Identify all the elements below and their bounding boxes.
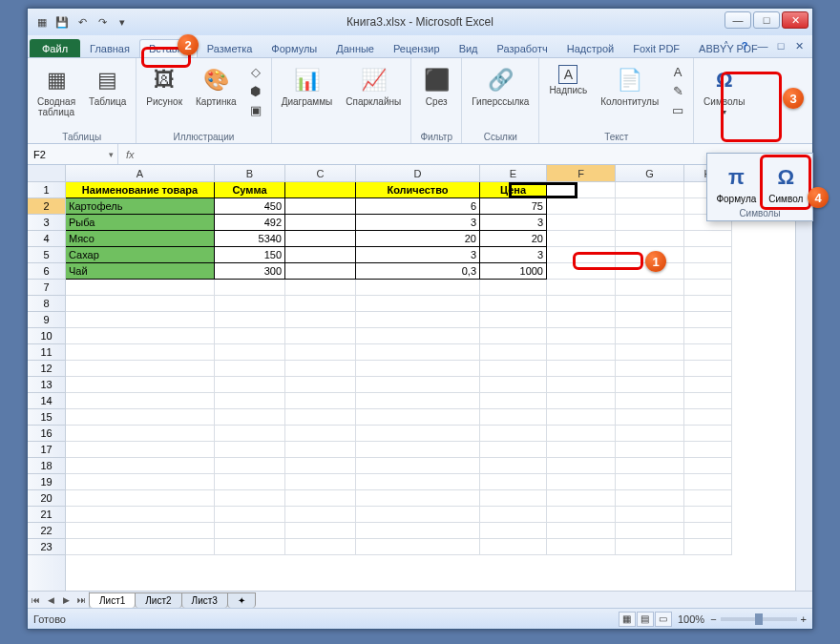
close-button[interactable]: ✕: [782, 11, 808, 29]
col-header-E[interactable]: E: [480, 165, 547, 181]
help-icon[interactable]: ?: [737, 38, 752, 53]
tab-review[interactable]: Рецензир: [384, 39, 450, 57]
row-header-21[interactable]: 21: [28, 507, 65, 523]
window-close-icon[interactable]: ✕: [791, 38, 807, 53]
row-header-2[interactable]: 2: [28, 198, 65, 215]
hyperlink-button[interactable]: 🔗Гиперссылка: [467, 62, 534, 110]
save-icon[interactable]: 💾: [53, 13, 71, 31]
new-sheet-icon[interactable]: ✦: [227, 592, 256, 608]
statusbar: Готово ▦▤▭ 100% −+: [28, 608, 812, 629]
row-header-22[interactable]: 22: [28, 523, 65, 539]
col-header-C[interactable]: C: [285, 165, 356, 181]
select-all-corner[interactable]: [28, 165, 66, 182]
row-header-10[interactable]: 10: [28, 328, 65, 344]
undo-icon[interactable]: ↶: [74, 13, 91, 31]
window-restore-icon[interactable]: □: [773, 38, 788, 53]
tab-view[interactable]: Вид: [450, 39, 488, 57]
sheet-tab-3[interactable]: Лист3: [181, 592, 228, 608]
col-header-B[interactable]: B: [215, 165, 285, 181]
clipart-icon: 🎨: [200, 65, 231, 95]
tab-dev[interactable]: Разработч: [488, 39, 557, 57]
redo-icon[interactable]: ↷: [94, 13, 111, 31]
equation-button[interactable]: πФормула: [713, 159, 760, 207]
row-header-16[interactable]: 16: [28, 426, 65, 442]
group-links-label: Ссылки: [467, 131, 534, 142]
charts-button[interactable]: 📊Диаграммы: [277, 62, 338, 110]
sheet-tab-bar: ⏮◀▶⏭ Лист1 Лист2 Лист3 ✦: [28, 591, 812, 608]
col-header-D[interactable]: D: [356, 165, 480, 181]
cells[interactable]: Наименование товараСуммаКоличествоЦенаКа…: [66, 182, 795, 591]
tab-home[interactable]: Главная: [80, 39, 139, 57]
sheet-tab-1[interactable]: Лист1: [89, 592, 136, 608]
pivot-table-button[interactable]: ▦Сводная таблица: [32, 62, 80, 120]
col-header-F[interactable]: F: [547, 165, 616, 181]
grid-area: ABCDEFGH 1234567891011121314151617181920…: [28, 165, 812, 608]
tab-addins[interactable]: Надстрой: [557, 39, 623, 57]
col-header-G[interactable]: G: [616, 165, 684, 181]
col-header-A[interactable]: A: [66, 165, 215, 181]
tab-layout[interactable]: Разметка: [198, 39, 262, 57]
badge-1: 1: [645, 251, 666, 272]
slicer-button[interactable]: ⬛Срез: [416, 62, 456, 110]
shapes-icon[interactable]: ◇: [245, 62, 266, 81]
row-header-23[interactable]: 23: [28, 539, 65, 555]
wordart-icon[interactable]: A: [667, 62, 688, 81]
row-header-11[interactable]: 11: [28, 344, 65, 361]
header-footer-button[interactable]: 📄Колонтитулы: [596, 62, 663, 110]
row-header-14[interactable]: 14: [28, 393, 65, 409]
group-tables-label: Таблицы: [32, 131, 131, 142]
popup-group-label: Символы: [713, 207, 807, 218]
badge-2: 2: [178, 34, 199, 55]
window-min-icon[interactable]: —: [755, 38, 770, 53]
object-icon[interactable]: ▭: [667, 100, 688, 119]
table-button[interactable]: ▤Таблица: [84, 62, 131, 110]
picture-button[interactable]: 🖼Рисунок: [141, 62, 187, 110]
page-break-icon: ▭: [655, 612, 672, 627]
fx-icon[interactable]: fx: [118, 149, 142, 160]
zoom-slider[interactable]: −+: [710, 613, 807, 625]
row-header-6[interactable]: 6: [28, 263, 65, 280]
signature-icon[interactable]: ✎: [667, 81, 688, 100]
quick-access-toolbar: ▦ 💾 ↶ ↷ ▾: [28, 13, 131, 31]
clipart-button[interactable]: 🎨Картинка: [191, 62, 242, 110]
row-header-4[interactable]: 4: [28, 231, 65, 247]
textbox-button[interactable]: AНадпись: [544, 62, 592, 98]
row-header-18[interactable]: 18: [28, 458, 65, 474]
row-header-13[interactable]: 13: [28, 377, 65, 393]
zoom-level[interactable]: 100%: [678, 613, 704, 625]
minimize-ribbon-icon[interactable]: ˄: [719, 38, 734, 53]
maximize-button[interactable]: □: [753, 11, 780, 29]
row-header-15[interactable]: 15: [28, 409, 65, 426]
window-title: Книга3.xlsx - Microsoft Excel: [346, 15, 494, 29]
sheet-tab-2[interactable]: Лист2: [135, 592, 181, 608]
view-buttons[interactable]: ▦▤▭: [619, 612, 672, 627]
symbol-button[interactable]: ΩСимвол: [766, 159, 807, 207]
sheet-nav[interactable]: ⏮◀▶⏭: [28, 592, 90, 608]
row-header-9[interactable]: 9: [28, 312, 65, 328]
formula-bar: F2 fx: [28, 144, 812, 165]
group-links: 🔗Гиперссылка Ссылки: [462, 58, 539, 143]
tab-data[interactable]: Данные: [326, 39, 384, 57]
sparklines-button[interactable]: 📈Спарклайны: [341, 62, 406, 110]
row-header-17[interactable]: 17: [28, 442, 65, 458]
screenshot-icon[interactable]: ▣: [245, 100, 266, 119]
minimize-button[interactable]: —: [724, 11, 751, 29]
row-header-1[interactable]: 1: [28, 182, 65, 198]
vertical-scrollbar[interactable]: [795, 182, 812, 591]
row-header-7[interactable]: 7: [28, 280, 65, 296]
row-header-5[interactable]: 5: [28, 247, 65, 263]
row-header-8[interactable]: 8: [28, 296, 65, 312]
tab-formulas[interactable]: Формулы: [262, 39, 326, 57]
tab-foxit[interactable]: Foxit PDF: [623, 39, 689, 57]
qat-more-icon[interactable]: ▾: [114, 13, 131, 31]
row-header-3[interactable]: 3: [28, 215, 65, 231]
tab-file[interactable]: Файл: [30, 39, 80, 57]
smartart-icon[interactable]: ⬢: [245, 81, 266, 100]
zoom-out-icon: −: [710, 613, 716, 625]
row-header-12[interactable]: 12: [28, 361, 65, 377]
group-text: AНадпись 📄Колонтитулы A ✎ ▭ Текст: [539, 58, 694, 143]
symbols-button[interactable]: ΩСимволы▾: [699, 62, 749, 119]
name-box[interactable]: F2: [28, 144, 118, 164]
row-header-19[interactable]: 19: [28, 474, 65, 490]
row-header-20[interactable]: 20: [28, 490, 65, 507]
